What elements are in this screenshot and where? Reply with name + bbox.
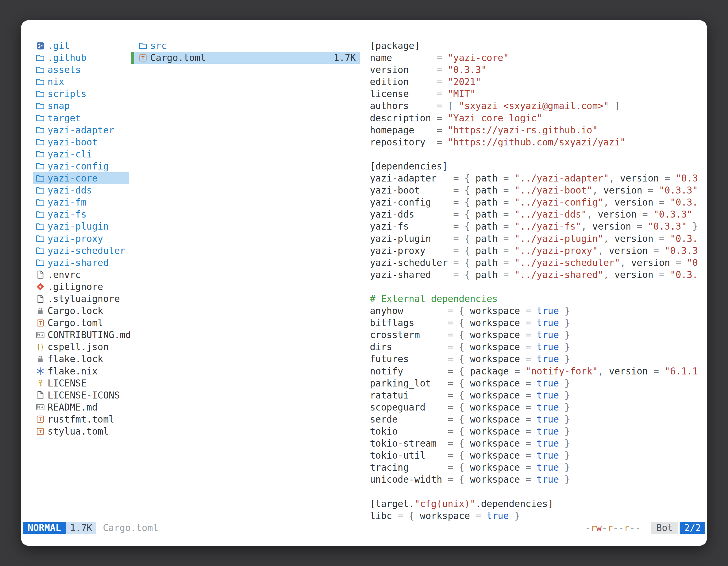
entry-name: yazi-adapter <box>48 124 114 136</box>
file-item-.gitignore[interactable]: .gitignore <box>33 281 129 293</box>
entry-name: yazi-scheduler <box>48 245 125 257</box>
dir-item-assets[interactable]: assets <box>33 64 129 76</box>
code-line: crossterm = { workspace = true } <box>370 329 703 341</box>
dir-item-yazi-config[interactable]: yazi-config <box>33 160 129 172</box>
file-item-stylua.toml[interactable]: stylua.toml <box>33 425 129 437</box>
entry-name: flake.nix <box>48 365 98 377</box>
code-line: parking_lot = { workspace = true } <box>370 377 703 389</box>
dir-item-yazi-proxy[interactable]: yazi-proxy <box>33 233 129 245</box>
folder-icon <box>36 65 45 75</box>
folder-icon <box>36 174 45 183</box>
file-icon <box>36 270 45 280</box>
file-item-LICENSE-ICONS[interactable]: LICENSE-ICONS <box>33 389 129 401</box>
folder-icon <box>36 77 45 87</box>
code-line: [package] <box>370 40 703 52</box>
code-line: version = "0.3.3" <box>370 64 703 76</box>
dir-item-.git[interactable]: .git <box>33 40 129 52</box>
folder-icon <box>36 186 45 195</box>
mode-indicator: NORMAL <box>23 522 66 534</box>
file-item-rustfmt.toml[interactable]: rustfmt.toml <box>33 413 129 425</box>
entry-name: .git <box>48 40 70 52</box>
dir-item-yazi-fs[interactable]: yazi-fs <box>33 208 129 220</box>
file-item-flake.lock[interactable]: flake.lock <box>33 353 129 365</box>
entry-name: Cargo.toml <box>48 317 103 329</box>
folder-icon <box>36 113 45 123</box>
markdown-icon <box>36 330 45 340</box>
code-line: edition = "2021" <box>370 76 703 88</box>
file-item-.styluaignore[interactable]: .styluaignore <box>33 293 129 305</box>
lock-icon <box>36 306 45 316</box>
entry-name: Cargo.toml <box>150 52 206 64</box>
folder-icon <box>36 149 45 159</box>
parent-directory-pane: .git.githubassetsnixscriptssnaptargetyaz… <box>33 40 129 437</box>
dir-item-yazi-cli[interactable]: yazi-cli <box>33 148 129 160</box>
file-item-flake.nix[interactable]: flake.nix <box>33 365 129 377</box>
entry-name: yazi-fs <box>48 208 86 220</box>
nix-icon <box>36 366 45 376</box>
dir-item-target[interactable]: target <box>33 112 129 124</box>
toml-icon <box>138 53 148 63</box>
entry-name: src <box>150 40 167 52</box>
code-line: [dependencies] <box>370 160 703 172</box>
file-item-.envrc[interactable]: .envrc <box>33 269 129 281</box>
file-icon <box>36 294 45 304</box>
status-bar-right: -rw-r--r-- Bot 2/2 <box>585 522 705 534</box>
file-item-Cargo.toml[interactable]: Cargo.toml1.7K <box>131 52 360 64</box>
code-line: name = "yazi-core" <box>370 52 703 64</box>
dir-item-yazi-core[interactable]: yazi-core <box>33 172 129 184</box>
entry-name: CONTRIBUTING.md <box>48 329 131 341</box>
license-icon <box>36 378 45 388</box>
folder-icon <box>36 198 45 207</box>
code-line: yazi-adapter = { path = "../yazi-adapter… <box>370 172 703 184</box>
entry-name: yazi-shared <box>48 257 109 269</box>
code-line: tracing = { workspace = true } <box>370 461 703 473</box>
code-line: license = "MIT" <box>370 88 703 100</box>
dir-item-yazi-shared[interactable]: yazi-shared <box>33 257 129 269</box>
dir-item-.github[interactable]: .github <box>33 52 129 64</box>
entry-name: yazi-config <box>48 160 109 172</box>
dir-item-yazi-plugin[interactable]: yazi-plugin <box>33 220 129 233</box>
file-item-CONTRIBUTING.md[interactable]: CONTRIBUTING.md <box>33 329 129 341</box>
dir-item-yazi-dds[interactable]: yazi-dds <box>33 184 129 196</box>
dir-item-src[interactable]: src <box>131 40 360 52</box>
entry-name: yazi-dds <box>48 184 92 196</box>
file-item-Cargo.toml[interactable]: Cargo.toml <box>33 317 129 329</box>
dir-item-snap[interactable]: snap <box>33 100 129 112</box>
file-preview-pane: [package]name = "yazi-core"version = "0.… <box>370 40 703 522</box>
toml-icon <box>36 427 45 436</box>
code-line: yazi-dds = { path = "../yazi-dds", versi… <box>370 208 703 220</box>
dir-item-yazi-scheduler[interactable]: yazi-scheduler <box>33 245 129 257</box>
file-item-README.md[interactable]: README.md <box>33 401 129 413</box>
entry-name: target <box>48 112 81 124</box>
code-line: notify = { package = "notify-fork", vers… <box>370 365 703 377</box>
dir-item-yazi-fm[interactable]: yazi-fm <box>33 196 129 208</box>
dir-item-yazi-boot[interactable]: yazi-boot <box>33 136 129 148</box>
current-directory-pane: srcCargo.toml1.7K <box>131 40 360 64</box>
dir-item-nix[interactable]: nix <box>33 76 129 88</box>
file-item-LICENSE[interactable]: LICENSE <box>33 377 129 389</box>
code-line: yazi-proxy = { path = "../yazi-proxy", v… <box>370 245 703 257</box>
file-permissions: -rw-r--r-- <box>585 522 641 534</box>
entry-name: scripts <box>48 88 86 100</box>
entry-name: snap <box>48 100 70 112</box>
scroll-position-label: Bot <box>651 522 678 534</box>
entry-name: .gitignore <box>48 281 103 293</box>
file-item-Cargo.lock[interactable]: Cargo.lock <box>33 305 129 317</box>
dir-item-scripts[interactable]: scripts <box>33 88 129 100</box>
code-line <box>370 485 703 497</box>
code-line: tokio = { workspace = true } <box>370 425 703 437</box>
entry-name: flake.lock <box>48 353 103 365</box>
yazi-file-manager-window: .git.githubassetsnixscriptssnaptargetyaz… <box>21 20 707 546</box>
folder-icon <box>36 53 45 63</box>
code-line: yazi-config = { path = "../yazi-config",… <box>370 196 703 208</box>
file-item-cspell.json[interactable]: cspell.json <box>33 341 129 353</box>
cursor-position-fraction: 2/2 <box>680 522 705 534</box>
entry-name: .styluaignore <box>48 293 120 305</box>
entry-name: cspell.json <box>48 341 109 353</box>
entry-name: yazi-cli <box>48 148 92 160</box>
entry-name: LICENSE-ICONS <box>48 389 120 401</box>
folder-icon <box>36 137 45 147</box>
code-line: tokio-stream = { workspace = true } <box>370 437 703 449</box>
dir-item-yazi-adapter[interactable]: yazi-adapter <box>33 124 129 136</box>
entry-name: yazi-fm <box>48 196 86 208</box>
